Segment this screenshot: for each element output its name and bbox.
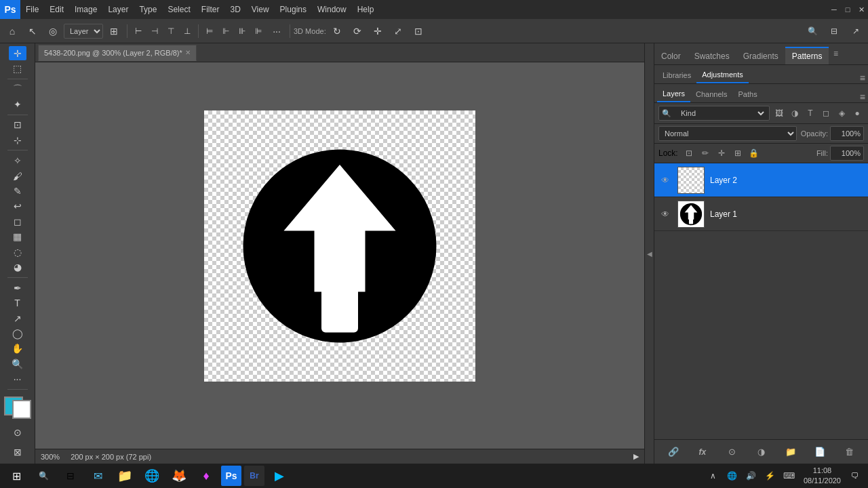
align-right-btn[interactable]: ⊤: [163, 24, 178, 39]
menu-help[interactable]: Help: [352, 0, 380, 19]
menu-edit[interactable]: Edit: [44, 0, 69, 19]
filter-pixel-icon[interactable]: 🖼: [772, 106, 786, 120]
tab-channels[interactable]: Channels: [690, 86, 732, 102]
align-center-h-btn[interactable]: ⊣: [147, 24, 162, 39]
pen-tool[interactable]: ✒: [9, 281, 26, 295]
new-layer-btn[interactable]: 📄: [811, 443, 829, 461]
lock-artboard-btn[interactable]: ✛: [715, 146, 728, 160]
3d-rotate-btn[interactable]: ↻: [328, 22, 347, 41]
eyedropper-tool[interactable]: ⊹: [9, 133, 26, 147]
layer-2-visibility[interactable]: 👁: [658, 174, 672, 187]
align-bottom-btn[interactable]: ⊥: [180, 24, 195, 39]
healing-brush-tool[interactable]: ✧: [9, 153, 26, 167]
menu-layer[interactable]: Layer: [102, 0, 134, 19]
blur-tool[interactable]: ◌: [9, 245, 26, 259]
tab-gradients[interactable]: Gradients: [736, 47, 785, 64]
move-tool[interactable]: ✛: [9, 46, 26, 60]
lock-position-btn[interactable]: ✏: [698, 146, 712, 160]
filter-smart-icon[interactable]: ◈: [835, 106, 848, 120]
blend-mode-dropdown[interactable]: Normal: [658, 126, 797, 141]
tab-layers[interactable]: Layers: [657, 86, 690, 102]
layer-1-visibility[interactable]: 👁: [658, 207, 672, 221]
close-button[interactable]: ✕: [854, 0, 868, 19]
layer-item-1[interactable]: 👁 Layer 1: [654, 197, 868, 231]
3d-slide-btn[interactable]: ⤢: [389, 22, 408, 41]
target-tool[interactable]: ◎: [43, 22, 62, 41]
eraser-tool[interactable]: ◻: [9, 214, 26, 228]
new-group-btn[interactable]: 📁: [782, 443, 800, 461]
magic-wand-tool[interactable]: ✦: [9, 97, 26, 111]
menu-window[interactable]: Window: [312, 0, 352, 19]
menu-file[interactable]: File: [20, 0, 44, 19]
taskbar-folder-icon[interactable]: 📁: [113, 464, 137, 488]
menu-view[interactable]: View: [246, 0, 275, 19]
layer-item-2[interactable]: 👁 Layer 2: [654, 163, 868, 197]
filter-filled-circle-icon[interactable]: ●: [850, 106, 864, 120]
tab-swatches[interactable]: Swatches: [688, 47, 736, 64]
selection-tool[interactable]: ⬚: [9, 61, 26, 75]
taskbar-arrow-icon[interactable]: ▶: [267, 464, 292, 488]
distribute-v-btn[interactable]: ⊩: [218, 24, 233, 39]
menu-3d[interactable]: 3D: [224, 0, 245, 19]
right-panel-collapse[interactable]: ◀: [644, 43, 654, 464]
hand-tool[interactable]: ✋: [9, 342, 26, 356]
filter-adjustment-icon[interactable]: ◑: [788, 106, 802, 120]
share-btn[interactable]: ↗: [846, 22, 865, 41]
tab-libraries[interactable]: Libraries: [657, 67, 696, 83]
path-select-tool[interactable]: ↗: [9, 311, 26, 325]
crop-tool[interactable]: ⊡: [9, 118, 26, 132]
filter-shape-icon[interactable]: ◻: [819, 106, 833, 120]
menu-type[interactable]: Type: [134, 0, 162, 19]
secondary-menu-btn[interactable]: ≡: [860, 73, 865, 83]
kind-filter-dropdown[interactable]: Kind: [674, 106, 766, 121]
taskbar-music-icon[interactable]: ♦: [194, 464, 218, 488]
add-mask-btn[interactable]: ⊙: [723, 443, 741, 461]
more-options-btn[interactable]: ···: [267, 22, 286, 41]
brush-tool[interactable]: 🖌: [9, 169, 26, 183]
distribute-3-btn[interactable]: ⊪: [235, 24, 250, 39]
screen-mode-btn[interactable]: ⊠: [9, 443, 26, 461]
align-left-btn[interactable]: ⊢: [131, 24, 146, 39]
taskbar-ps-icon[interactable]: Ps: [221, 466, 241, 486]
quick-mask-btn[interactable]: ⊙: [9, 424, 26, 441]
tab-color[interactable]: Color: [654, 47, 688, 64]
tab-patterns[interactable]: Patterns: [785, 47, 829, 64]
distribute-4-btn[interactable]: ⊫: [251, 24, 266, 39]
taskbar-search-icon[interactable]: 🔍: [31, 464, 56, 488]
menu-select[interactable]: Select: [162, 0, 195, 19]
home-button[interactable]: ⌂: [3, 22, 22, 41]
fx-btn[interactable]: fx: [694, 443, 711, 461]
distribute-h-btn[interactable]: ⊨: [202, 24, 217, 39]
text-tool[interactable]: T: [9, 296, 26, 310]
menu-filter[interactable]: Filter: [196, 0, 225, 19]
tray-battery-icon[interactable]: ⚡: [762, 464, 779, 488]
new-adjustment-btn[interactable]: ◑: [752, 443, 770, 461]
delete-layer-btn[interactable]: 🗑: [840, 443, 858, 461]
filter-text-icon[interactable]: T: [804, 106, 817, 120]
start-button[interactable]: ⊞: [4, 464, 28, 488]
notification-icon[interactable]: 🗨: [846, 464, 864, 488]
taskbar-edge-icon[interactable]: 🌐: [140, 464, 164, 488]
lock-pixels-btn[interactable]: ⊡: [682, 146, 696, 160]
link-layers-btn[interactable]: 🔗: [665, 443, 682, 461]
lock-all-btn[interactable]: ⊞: [731, 146, 745, 160]
layer-dropdown[interactable]: Layer: [64, 24, 103, 39]
dodge-tool[interactable]: ◕: [9, 260, 26, 274]
taskbar-firefox-icon[interactable]: 🦊: [167, 464, 191, 488]
panel-top-menu-btn[interactable]: ≡: [829, 43, 842, 64]
3d-scale-btn[interactable]: ⊡: [409, 22, 428, 41]
taskbar-br-icon[interactable]: Br: [244, 466, 264, 486]
tray-network-icon[interactable]: 🌐: [724, 464, 741, 488]
shape-tool[interactable]: ◯: [9, 326, 26, 340]
lasso-tool[interactable]: ⌒: [9, 82, 26, 96]
menu-image[interactable]: Image: [69, 0, 102, 19]
canvas-image[interactable]: [204, 110, 475, 382]
history-brush-tool[interactable]: ↩: [9, 199, 26, 214]
taskbar-mail-icon[interactable]: ✉: [85, 464, 110, 488]
gradient-tool[interactable]: ▦: [9, 230, 26, 244]
stamp-tool[interactable]: ✎: [9, 184, 26, 198]
lock-lock-btn[interactable]: 🔒: [747, 146, 761, 160]
grid-button[interactable]: ⊞: [104, 22, 123, 41]
tab-paths[interactable]: Paths: [733, 86, 763, 102]
menu-plugins[interactable]: Plugins: [275, 0, 312, 19]
